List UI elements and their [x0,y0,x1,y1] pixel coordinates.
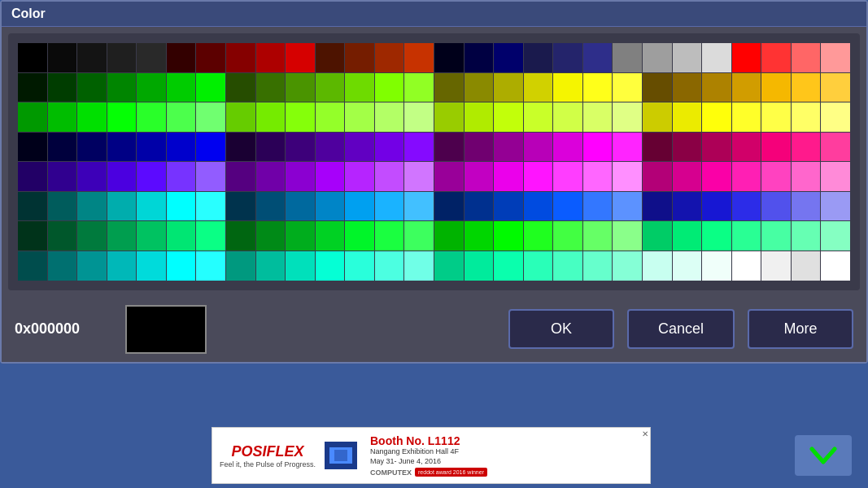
color-cell[interactable] [316,43,345,72]
color-cell[interactable] [702,192,731,221]
color-cell[interactable] [256,43,286,72]
color-cell[interactable] [465,251,494,281]
color-cell[interactable] [48,162,77,191]
color-cell[interactable] [792,162,821,191]
color-cell[interactable] [613,192,642,221]
color-cell[interactable] [77,162,107,191]
color-cell[interactable] [48,221,77,251]
color-cell[interactable] [761,102,791,132]
color-cell[interactable] [524,192,553,221]
color-cell[interactable] [702,251,731,281]
color-cell[interactable] [286,43,315,72]
color-cell[interactable] [434,102,464,132]
color-cell[interactable] [702,43,731,72]
color-cell[interactable] [48,73,77,102]
color-cell[interactable] [196,221,225,251]
color-cell[interactable] [226,43,255,72]
color-cell[interactable] [256,133,286,162]
color-cell[interactable] [583,133,613,162]
color-cell[interactable] [583,251,613,281]
color-cell[interactable] [494,162,523,191]
color-cell[interactable] [553,192,582,221]
color-cell[interactable] [821,43,850,72]
color-cell[interactable] [524,73,553,102]
color-cell[interactable] [345,192,374,221]
color-cell[interactable] [345,102,374,132]
color-cell[interactable] [761,43,791,72]
ok-button[interactable]: OK [508,309,614,349]
color-cell[interactable] [256,221,286,251]
color-cell[interactable] [613,133,642,162]
color-cell[interactable] [434,133,464,162]
color-cell[interactable] [196,133,225,162]
color-cell[interactable] [702,102,731,132]
color-cell[interactable] [404,102,434,132]
color-cell[interactable] [583,162,613,191]
color-cell[interactable] [316,192,345,221]
color-cell[interactable] [196,251,225,281]
color-cell[interactable] [434,43,464,72]
color-cell[interactable] [673,73,702,102]
color-cell[interactable] [821,162,850,191]
color-cell[interactable] [345,221,374,251]
color-cell[interactable] [107,43,137,72]
color-cell[interactable] [732,133,761,162]
color-cell[interactable] [465,133,494,162]
color-cell[interactable] [761,162,791,191]
color-cell[interactable] [375,251,404,281]
color-cell[interactable] [434,251,464,281]
color-cell[interactable] [613,251,642,281]
color-cell[interactable] [821,73,850,102]
color-cell[interactable] [702,73,731,102]
color-cell[interactable] [583,73,613,102]
color-cell[interactable] [286,192,315,221]
color-cell[interactable] [77,73,107,102]
color-cell[interactable] [316,221,345,251]
color-cell[interactable] [821,102,850,132]
color-cell[interactable] [167,192,196,221]
color-cell[interactable] [494,221,523,251]
color-cell[interactable] [494,192,523,221]
color-cell[interactable] [732,251,761,281]
color-cell[interactable] [404,43,434,72]
color-cell[interactable] [732,43,761,72]
color-cell[interactable] [404,251,434,281]
color-cell[interactable] [18,162,47,191]
color-cell[interactable] [643,251,672,281]
color-cell[interactable] [494,251,523,281]
color-cell[interactable] [137,102,166,132]
color-cell[interactable] [316,73,345,102]
color-cell[interactable] [465,221,494,251]
color-cell[interactable] [613,102,642,132]
color-cell[interactable] [524,102,553,132]
color-cell[interactable] [48,43,77,72]
color-cell[interactable] [226,192,255,221]
color-cell[interactable] [821,251,850,281]
color-cell[interactable] [286,251,315,281]
color-cell[interactable] [792,73,821,102]
color-cell[interactable] [18,221,47,251]
color-cell[interactable] [345,251,374,281]
color-cell[interactable] [345,73,374,102]
color-cell[interactable] [316,162,345,191]
color-cell[interactable] [167,221,196,251]
color-cell[interactable] [167,73,196,102]
color-cell[interactable] [286,73,315,102]
color-cell[interactable] [673,251,702,281]
color-cell[interactable] [196,102,225,132]
color-cell[interactable] [375,221,404,251]
color-cell[interactable] [643,192,672,221]
color-cell[interactable] [77,133,107,162]
color-cell[interactable] [137,192,166,221]
color-cell[interactable] [792,192,821,221]
color-cell[interactable] [226,251,255,281]
color-cell[interactable] [583,192,613,221]
color-cell[interactable] [316,133,345,162]
color-cell[interactable] [643,133,672,162]
color-cell[interactable] [77,251,107,281]
color-cell[interactable] [643,162,672,191]
color-cell[interactable] [18,43,47,72]
color-cell[interactable] [345,133,374,162]
color-cell[interactable] [18,251,47,281]
more-button[interactable]: More [748,309,853,349]
